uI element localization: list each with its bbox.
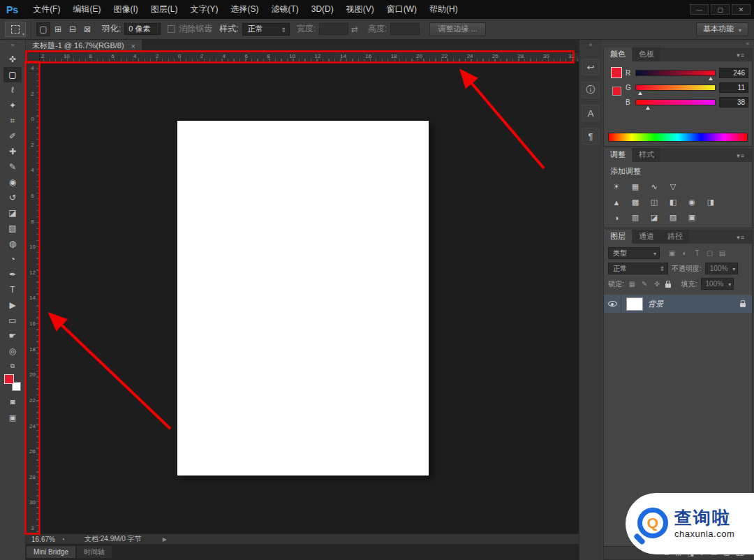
menu-item[interactable]: 视图(V) (340, 0, 380, 19)
channel-slider[interactable] (635, 84, 716, 91)
filter-adjustment-icon[interactable]: ◐ (680, 249, 689, 257)
channel-slider[interactable] (635, 99, 716, 105)
blur-tool[interactable]: ◍ (3, 236, 22, 251)
layer-thumbnail[interactable] (626, 297, 643, 311)
antialias-checkbox[interactable] (168, 25, 175, 33)
width-input[interactable] (319, 23, 348, 35)
menu-item[interactable]: 3D(D) (305, 0, 340, 19)
subtract-from-selection-icon[interactable]: ⊟ (66, 22, 80, 36)
intersect-selection-icon[interactable]: ⊠ (80, 22, 94, 36)
quick-selection-tool[interactable]: ✦ (3, 98, 22, 113)
feather-input[interactable]: 0 像素 (124, 23, 161, 35)
tool-preset-button[interactable]: ▾ (5, 22, 26, 37)
type-tool[interactable]: T (3, 282, 22, 297)
tab-swatches[interactable]: 色板 (633, 47, 660, 61)
vertical-ruler[interactable]: 420246810121416182022242628303 (26, 62, 40, 534)
paragraph-panel-icon[interactable]: ¶ (582, 128, 600, 145)
tab-adjustments[interactable]: 调整 (604, 148, 632, 162)
toolbar-collapse-icon[interactable]: » (11, 42, 14, 52)
collapse-dock-icon[interactable]: « (746, 40, 749, 48)
clone-stamp-tool[interactable]: ◉ (3, 175, 22, 190)
vibrance-icon[interactable]: ▲ (610, 197, 623, 207)
lock-transparent-icon[interactable]: ▦ (628, 280, 637, 288)
expand-dock-icon[interactable]: « (589, 41, 592, 52)
opacity-input[interactable]: 100% (705, 263, 738, 274)
channel-slider[interactable] (635, 70, 716, 76)
quick-mask-button[interactable]: ◙ (5, 395, 20, 408)
exposure-icon[interactable]: ▽ (667, 182, 679, 192)
gradient-map-icon[interactable]: ▨ (667, 212, 679, 223)
tab-styles[interactable]: 样式 (633, 148, 660, 162)
tab-paths[interactable]: 路径 (661, 230, 689, 244)
lasso-tool[interactable]: ℓ (3, 82, 22, 98)
menu-item[interactable]: 窗口(W) (380, 0, 423, 19)
posterize-icon[interactable]: ▥ (629, 212, 642, 223)
levels-icon[interactable]: ▦ (629, 182, 642, 192)
menu-item[interactable]: 滤镜(T) (265, 0, 304, 19)
photo-filter-icon[interactable]: ◉ (686, 197, 698, 207)
slider-thumb-icon[interactable] (638, 91, 642, 95)
channel-value-input[interactable]: 11 (719, 82, 748, 93)
workspace-switcher[interactable]: 基本功能 (696, 22, 748, 36)
crop-tool[interactable]: ⌗ (3, 113, 22, 128)
color-balance-icon[interactable]: ◫ (648, 197, 660, 207)
slider-thumb-icon[interactable] (646, 106, 650, 110)
tab-channels[interactable]: 通道 (633, 230, 660, 244)
dodge-tool[interactable]: ◔ (3, 251, 22, 267)
rect-marquee-tool[interactable]: ▢ (3, 67, 22, 82)
gradient-tool[interactable]: ▧ (3, 221, 22, 236)
status-menu-arrow-icon[interactable]: ▶ (163, 536, 167, 543)
zoom-level[interactable]: 16.67% (26, 536, 61, 543)
add-to-selection-icon[interactable]: ⊞ (51, 22, 65, 36)
style-select[interactable]: 正常 (242, 23, 290, 36)
panel-menu-icon[interactable] (737, 152, 745, 159)
eyedropper-tool[interactable]: ✐ (3, 128, 22, 144)
new-selection-icon[interactable]: ▢ (36, 22, 50, 36)
foreground-color-swatch[interactable] (4, 374, 14, 384)
history-panel-icon[interactable]: ↩ (582, 59, 600, 75)
color-spectrum-bar[interactable] (608, 133, 748, 142)
tab-mini-bridge[interactable]: Mini Bridge (27, 546, 75, 558)
background-color-swatch[interactable] (612, 87, 621, 96)
lock-all-icon[interactable] (665, 283, 671, 288)
channel-value-input[interactable]: 246 (719, 68, 748, 78)
menu-item[interactable]: 图层(L) (145, 0, 184, 19)
refine-edge-button[interactable]: 调整边缘 ... (429, 22, 485, 36)
filter-type-icon[interactable]: T (693, 249, 702, 257)
hue-saturation-icon[interactable]: ▩ (629, 197, 642, 207)
brightness-contrast-icon[interactable]: ☀ (610, 182, 623, 192)
move-tool[interactable]: ✜ (3, 52, 22, 67)
default-swatches-icon[interactable]: ⧉ (10, 362, 15, 370)
swap-dimensions-icon[interactable]: ⇄ (351, 24, 358, 34)
height-input[interactable] (390, 23, 420, 35)
lock-pixels-icon[interactable]: ✎ (640, 280, 649, 288)
slider-thumb-icon[interactable] (709, 77, 713, 80)
menu-item[interactable]: 图像(I) (107, 0, 144, 19)
brush-tool[interactable]: ✎ (3, 159, 22, 175)
close-tab-icon[interactable]: × (131, 42, 135, 50)
filter-smart-icon[interactable]: ▤ (718, 249, 727, 257)
menu-item[interactable]: 文件(F) (27, 0, 66, 19)
threshold-icon[interactable]: ◪ (648, 212, 660, 223)
panel-menu-icon[interactable] (737, 234, 745, 241)
layer-visibility-cell[interactable] (604, 295, 621, 313)
foreground-color-swatch[interactable] (611, 67, 622, 78)
menu-item[interactable]: 编辑(E) (66, 0, 107, 19)
document-tab[interactable]: 未标题-1 @ 16.7%(RGB/8) × (26, 40, 142, 52)
horizontal-ruler[interactable]: 210864202468101214161820222426283032 (26, 52, 579, 62)
character-panel-icon[interactable]: A (582, 105, 600, 121)
lock-position-icon[interactable]: ✜ (653, 280, 662, 288)
history-brush-tool[interactable]: ↺ (3, 190, 22, 205)
eraser-tool[interactable]: ◪ (3, 205, 22, 221)
info-panel-icon[interactable]: ⓘ (582, 82, 600, 98)
menu-item[interactable]: 选择(S) (224, 0, 265, 19)
filter-pixel-icon[interactable]: ▣ (667, 249, 677, 257)
maximize-button[interactable]: ▢ (711, 4, 730, 15)
screen-mode-button[interactable]: ▣ (5, 411, 20, 424)
curves-icon[interactable]: ∿ (648, 182, 660, 192)
filter-shape-icon[interactable]: ▢ (705, 249, 714, 257)
hand-tool[interactable]: ☛ (3, 328, 22, 344)
pen-tool[interactable]: ✒ (3, 267, 22, 282)
menu-item[interactable]: 文字(Y) (184, 0, 224, 19)
channel-mixer-icon[interactable]: ◨ (704, 197, 717, 207)
